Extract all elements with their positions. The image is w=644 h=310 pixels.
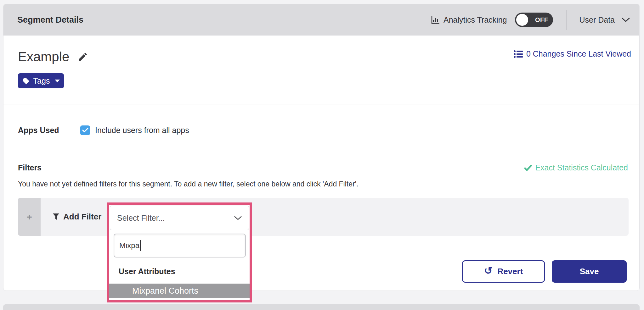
apps-used-label: Apps Used <box>18 126 80 135</box>
changes-since-last-viewed-link[interactable]: 0 Changes Since Last Viewed <box>514 49 631 58</box>
user-data-dropdown[interactable]: User Data <box>579 15 630 25</box>
filter-search-input[interactable]: Mixpa <box>114 234 246 257</box>
save-button-label: Save <box>580 267 599 276</box>
segment-title-section: Example 0 Changes Since Last Viewed Tags <box>3 36 639 104</box>
next-card-header <box>3 304 640 310</box>
include-all-apps-label: Include users from all apps <box>95 126 189 135</box>
toggle-knob <box>516 14 528 26</box>
filter-select-placeholder: Select Filter... <box>117 213 165 223</box>
text-cursor <box>140 240 141 251</box>
change-list-icon <box>514 50 523 58</box>
chevron-down-icon <box>622 17 630 22</box>
card-footer: ↺ Revert Save <box>3 252 639 291</box>
page-title: Segment Details <box>17 15 83 25</box>
filters-section: Filters Exact Statistics Calculated You … <box>3 156 639 252</box>
add-filter-label-group: Add Filter <box>53 212 101 222</box>
dropdown-option-mixpanel-cohorts[interactable]: Mixpanel Cohorts <box>109 284 250 298</box>
exact-statistics-status: Exact Statistics Calculated <box>524 163 628 172</box>
card-header: Segment Details Analytics Tracking OFF U… <box>3 4 639 36</box>
funnel-icon <box>53 213 59 221</box>
analytics-tracking-label: Analytics Tracking <box>443 15 507 25</box>
tag-icon <box>22 77 30 85</box>
analytics-tracking-group: Analytics Tracking <box>430 15 507 25</box>
header-divider <box>566 10 567 30</box>
filter-select-dropdown-highlight: Select Filter... Mixpa User Attributes M… <box>107 202 252 302</box>
bar-chart-icon <box>430 15 440 25</box>
save-button[interactable]: Save <box>552 260 627 283</box>
plus-icon: + <box>26 212 32 222</box>
add-filter-plus-button[interactable]: + <box>18 198 41 236</box>
edit-pencil-icon[interactable] <box>77 52 88 62</box>
include-all-apps-checkbox[interactable] <box>80 125 90 135</box>
segment-details-card: Segment Details Analytics Tracking OFF U… <box>3 4 640 291</box>
filter-select-control[interactable]: Select Filter... <box>110 206 249 230</box>
checkmark-icon <box>82 128 88 133</box>
header-right: Analytics Tracking OFF User Data <box>430 10 630 30</box>
segment-name: Example <box>18 49 69 64</box>
filters-header-row: Filters Exact Statistics Calculated <box>18 163 628 172</box>
caret-down-icon <box>55 80 60 82</box>
tags-button[interactable]: Tags <box>18 73 64 88</box>
chevron-down-icon <box>234 216 242 220</box>
filters-title: Filters <box>18 163 42 172</box>
check-icon <box>524 165 532 171</box>
tags-button-label: Tags <box>33 76 50 86</box>
dropdown-group-label: User Attributes <box>119 267 250 276</box>
exact-statistics-label: Exact Statistics Calculated <box>535 163 628 172</box>
revert-button[interactable]: ↺ Revert <box>462 260 545 283</box>
user-data-label: User Data <box>579 15 615 25</box>
add-filter-label: Add Filter <box>63 212 101 222</box>
changes-link-label: 0 Changes Since Last Viewed <box>526 49 631 58</box>
analytics-tracking-toggle[interactable]: OFF <box>515 13 553 27</box>
apps-used-section: Apps Used Include users from all apps <box>3 104 639 156</box>
revert-icon: ↺ <box>484 266 493 276</box>
filters-empty-message: You have not yet defined filters for thi… <box>18 180 628 188</box>
filter-search-value: Mixpa <box>119 241 139 250</box>
filter-dropdown-panel: Mixpa User Attributes Mixpanel Cohorts <box>109 231 250 298</box>
toggle-state-label: OFF <box>535 16 548 24</box>
revert-button-label: Revert <box>497 267 523 276</box>
